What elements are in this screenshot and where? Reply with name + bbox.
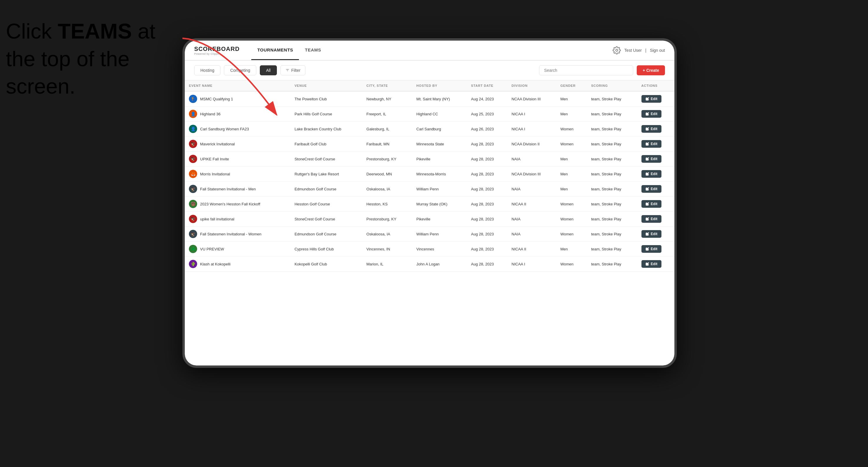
cell-event-name: 🦊 Morris Invitational xyxy=(185,166,290,182)
tab-all[interactable]: All xyxy=(260,65,277,75)
cell-event-name: 🌲 VU PREVIEW xyxy=(185,242,290,257)
cell-actions: Edit xyxy=(637,122,674,136)
cell-division: NCAA Division II xyxy=(507,136,556,152)
event-icon: 👤 xyxy=(189,110,197,118)
cell-hosted-by: Pikeville xyxy=(412,212,467,226)
cell-gender: Women xyxy=(556,196,587,212)
table-row: 👤 Carl Sandburg Women FA23 Lake Bracken … xyxy=(185,122,674,136)
cell-hosted-by: Highland CC xyxy=(412,106,467,122)
cell-gender: Women xyxy=(556,226,587,242)
event-name-text: Klash at Kokopelli xyxy=(200,262,230,266)
cell-actions: Edit xyxy=(637,91,674,106)
cell-division: NICAA II xyxy=(507,242,556,257)
create-button[interactable]: + Create xyxy=(637,65,665,75)
logo-title: SCOREBOARD xyxy=(194,45,240,52)
cell-venue: Park Hills Golf Course xyxy=(290,106,362,122)
cell-event-name: 🦅 UPIKE Fall Invite xyxy=(185,152,290,166)
edit-icon xyxy=(646,97,649,101)
filter-button[interactable]: Filter xyxy=(280,65,305,75)
cell-city-state: Newburgh, NY xyxy=(362,91,412,106)
cell-event-name: 🦅 Fall Statesmen Invitational - Women xyxy=(185,226,290,242)
cell-start-date: Aug 26, 2023 xyxy=(467,122,507,136)
event-icon: 🦅 xyxy=(189,140,197,148)
cell-event-name: 👤 Carl Sandburg Women FA23 xyxy=(185,122,290,136)
cell-actions: Edit xyxy=(637,242,674,257)
tab-hosting[interactable]: Hosting xyxy=(194,65,220,75)
table-row: 🐻 2023 Women's Hesston Fall Kickoff Hess… xyxy=(185,196,674,212)
edit-button[interactable]: Edit xyxy=(642,230,662,238)
event-icon: 🐻 xyxy=(189,200,197,208)
table-row: 🏌️ MSMC Qualifying 1 The Powelton Club N… xyxy=(185,91,674,106)
filter-icon xyxy=(285,68,289,72)
cell-scoring: team, Stroke Play xyxy=(587,182,637,196)
col-venue: VENUE xyxy=(290,80,362,91)
cell-city-state: Hesston, KS xyxy=(362,196,412,212)
cell-city-state: Oskaloosa, IA xyxy=(362,226,412,242)
cell-gender: Women xyxy=(556,136,587,152)
cell-gender: Men xyxy=(556,152,587,166)
tournaments-table: EVENT NAME VENUE CITY, STATE HOSTED BY S… xyxy=(185,80,674,272)
cell-division: NCAA Division III xyxy=(507,166,556,182)
edit-button[interactable]: Edit xyxy=(642,140,662,148)
cell-hosted-by: Pikeville xyxy=(412,152,467,166)
col-actions: ACTIONS xyxy=(637,80,674,91)
table-container[interactable]: EVENT NAME VENUE CITY, STATE HOSTED BY S… xyxy=(185,80,674,366)
edit-button[interactable]: Edit xyxy=(642,95,662,103)
table-body: 🏌️ MSMC Qualifying 1 The Powelton Club N… xyxy=(185,91,674,272)
event-name-text: upike fall invitational xyxy=(200,217,234,221)
cell-venue: Kokopelli Golf Club xyxy=(290,257,362,272)
col-start-date: START DATE xyxy=(467,80,507,91)
event-name-text: Fall Statesmen Invitational - Women xyxy=(200,232,261,236)
cell-actions: Edit xyxy=(637,226,674,242)
cell-venue: Lake Bracken Country Club xyxy=(290,122,362,136)
table-row: 🦊 Morris Invitational Ruttger's Bay Lake… xyxy=(185,166,674,182)
cell-actions: Edit xyxy=(637,106,674,122)
edit-button[interactable]: Edit xyxy=(642,110,662,118)
nav-links: TOURNAMENTS TEAMS xyxy=(251,41,327,60)
cell-gender: Men xyxy=(556,242,587,257)
gear-icon[interactable] xyxy=(613,46,621,55)
edit-button[interactable]: Edit xyxy=(642,125,662,133)
logo-subtitle: Powered by Clippit xyxy=(194,52,240,55)
col-scoring: SCORING xyxy=(587,80,637,91)
cell-start-date: Aug 28, 2023 xyxy=(467,242,507,257)
cell-hosted-by: John A Logan xyxy=(412,257,467,272)
cell-gender: Men xyxy=(556,106,587,122)
edit-button[interactable]: Edit xyxy=(642,215,662,223)
edit-icon xyxy=(646,112,649,116)
cell-event-name: 🦅 Fall Statesmen Invitational - Men xyxy=(185,182,290,196)
nav-link-tournaments[interactable]: TOURNAMENTS xyxy=(251,41,299,60)
edit-button[interactable]: Edit xyxy=(642,245,662,253)
col-gender: GENDER xyxy=(556,80,587,91)
cell-start-date: Aug 24, 2023 xyxy=(467,91,507,106)
nav-link-teams[interactable]: TEAMS xyxy=(299,41,327,60)
separator: | xyxy=(645,48,646,53)
cell-event-name: 🌵 Klash at Kokopelli xyxy=(185,257,290,272)
search-input[interactable] xyxy=(539,65,633,75)
edit-button[interactable]: Edit xyxy=(642,200,662,208)
cell-city-state: Marion, IL xyxy=(362,257,412,272)
sign-out-link[interactable]: Sign out xyxy=(650,48,665,53)
edit-button[interactable]: Edit xyxy=(642,170,662,178)
cell-gender: Women xyxy=(556,257,587,272)
event-name-text: 2023 Women's Hesston Fall Kickoff xyxy=(200,202,260,206)
cell-division: NAIA xyxy=(507,212,556,226)
cell-venue: Edmundson Golf Course xyxy=(290,226,362,242)
cell-scoring: team, Stroke Play xyxy=(587,122,637,136)
edit-button[interactable]: Edit xyxy=(642,155,662,163)
event-name-text: Highland 36 xyxy=(200,112,220,116)
event-icon: 🦅 xyxy=(189,185,197,193)
cell-gender: Women xyxy=(556,122,587,136)
cell-venue: Cypress Hills Golf Club xyxy=(290,242,362,257)
cell-scoring: team, Stroke Play xyxy=(587,91,637,106)
edit-button[interactable]: Edit xyxy=(642,185,662,193)
cell-event-name: 🏌️ MSMC Qualifying 1 xyxy=(185,91,290,106)
edit-button[interactable]: Edit xyxy=(642,260,662,268)
cell-scoring: team, Stroke Play xyxy=(587,152,637,166)
tab-competing[interactable]: Competing xyxy=(224,65,256,75)
event-icon: 🌲 xyxy=(189,245,197,253)
table-row: 🌲 VU PREVIEW Cypress Hills Golf Club Vin… xyxy=(185,242,674,257)
cell-actions: Edit xyxy=(637,212,674,226)
tablet-frame: SCOREBOARD Powered by Clippit TOURNAMENT… xyxy=(182,38,677,368)
cell-venue: StoneCrest Golf Course xyxy=(290,152,362,166)
